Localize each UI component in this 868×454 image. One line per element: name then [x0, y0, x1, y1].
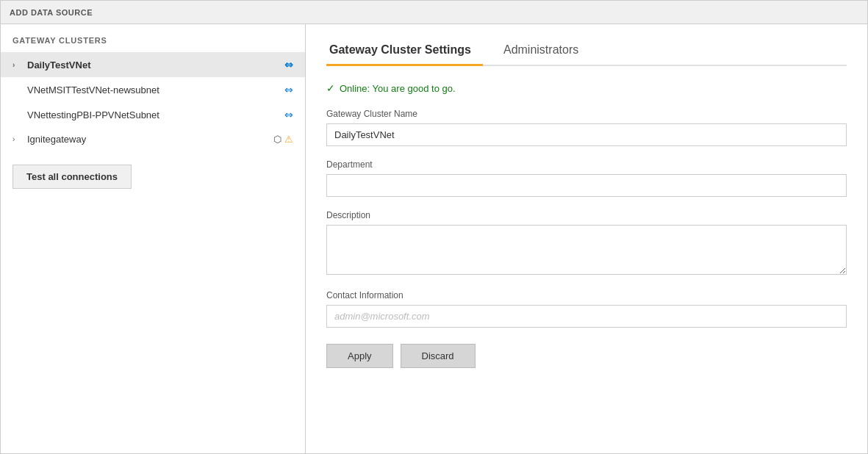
contact-info-label: Contact Information [326, 290, 847, 300]
warning-icon: ⚠ [284, 134, 293, 145]
description-group: Description [326, 210, 847, 277]
cluster-name-label: VNetMSITTestVNet-newsubnet [27, 84, 280, 96]
cluster-item-vnet-testing[interactable]: ›VNettestingPBI-PPVNetSubnet⇔ [1, 102, 305, 127]
chevron-icon: › [12, 135, 21, 143]
check-icon: ✓ [326, 82, 335, 94]
sidebar: GATEWAY CLUSTERS ›DailyTestVNet⇔›VNetMSI… [1, 24, 306, 454]
cluster-name-label: VNettestingPBI-PPVNetSubnet [27, 109, 280, 120]
department-input[interactable] [326, 174, 847, 197]
cluster-item-ignite-gateway[interactable]: ›Ignitegateway⬡⚠ [1, 127, 305, 151]
contact-info-input[interactable] [326, 305, 847, 328]
cluster-name-input[interactable] [326, 123, 847, 146]
department-label: Department [326, 159, 847, 170]
cluster-name-label: Gateway Cluster Name [326, 109, 847, 119]
cluster-name-group: Gateway Cluster Name [326, 109, 847, 146]
tab-administrators[interactable]: Administrators [501, 39, 590, 66]
network-arrows-icon: ⇔ [284, 109, 293, 120]
apply-button[interactable]: Apply [326, 344, 393, 368]
cluster-item-vnet-msit[interactable]: ›VNetMSITTestVNet-newsubnet⇔ [1, 77, 305, 102]
cluster-list: ›DailyTestVNet⇔›VNetMSITTestVNet-newsubn… [1, 52, 305, 151]
chevron-icon: › [12, 61, 21, 69]
status-line: ✓ Online: You are good to go. [326, 82, 847, 94]
cluster-name-label: Ignitegateway [27, 134, 269, 145]
description-label: Description [326, 210, 847, 220]
discard-button[interactable]: Discard [401, 344, 476, 368]
right-panel: Gateway Cluster Settings Administrators … [306, 24, 867, 454]
tab-gateway-cluster-settings[interactable]: Gateway Cluster Settings [326, 39, 483, 66]
tabs: Gateway Cluster Settings Administrators [326, 39, 847, 66]
top-bar: ADD DATA SOURCE [1, 1, 867, 24]
status-text: Online: You are good to go. [340, 83, 456, 94]
contact-info-group: Contact Information [326, 290, 847, 328]
cluster-item-daily-test-vnet[interactable]: ›DailyTestVNet⇔ [1, 52, 305, 77]
gateway-icon: ⬡ [273, 134, 281, 145]
network-arrows-icon: ⇔ [284, 59, 293, 71]
test-all-connections-button[interactable]: Test all connections [12, 165, 132, 189]
cluster-name-label: DailyTestVNet [27, 60, 280, 71]
network-arrows-icon: ⇔ [284, 84, 293, 96]
department-group: Department [326, 159, 847, 197]
top-bar-title: ADD DATA SOURCE [10, 8, 93, 17]
main-layout: GATEWAY CLUSTERS ›DailyTestVNet⇔›VNetMSI… [1, 24, 867, 454]
sidebar-section-title: GATEWAY CLUSTERS [1, 36, 305, 52]
form-actions: Apply Discard [326, 344, 847, 368]
description-input[interactable] [326, 225, 847, 275]
